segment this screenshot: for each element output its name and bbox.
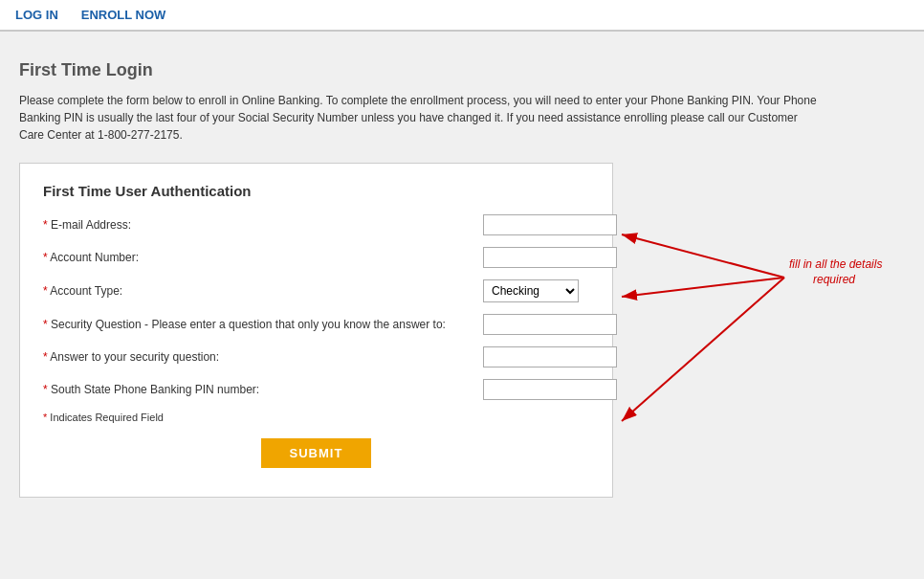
pin-input[interactable] — [483, 379, 617, 400]
security-question-label: * Security Question - Please enter a que… — [43, 318, 483, 331]
security-question-input[interactable] — [483, 314, 617, 335]
svg-text:required: required — [813, 273, 855, 286]
svg-line-1 — [622, 234, 784, 278]
account-number-input[interactable] — [483, 247, 617, 268]
form-wrapper: First Time User Authentication * E-mail … — [19, 163, 613, 498]
email-row: * E-mail Address: — [43, 214, 589, 235]
page-description: Please complete the form below to enroll… — [19, 92, 823, 144]
email-label: * E-mail Address: — [43, 218, 483, 232]
account-number-row: * Account Number: — [43, 247, 589, 268]
svg-text:fill in all the details: fill in all the details — [789, 257, 882, 271]
top-navigation: LOG IN ENROLL NOW — [0, 0, 924, 32]
pin-label: * South State Phone Banking PIN number: — [43, 383, 483, 396]
security-answer-label: * Answer to your security question: — [43, 350, 483, 364]
submit-row: SUBMIT — [43, 438, 589, 468]
svg-line-3 — [622, 278, 784, 421]
security-answer-row: * Answer to your security question: — [43, 346, 589, 367]
email-input[interactable] — [483, 214, 617, 235]
svg-line-2 — [622, 278, 784, 297]
account-type-select[interactable]: Checking Savings — [483, 279, 579, 302]
account-type-label: * Account Type: — [43, 284, 483, 298]
page-title: First Time Login — [19, 60, 899, 80]
enroll-link[interactable]: ENROLL NOW — [81, 8, 166, 22]
form-container: First Time User Authentication * E-mail … — [19, 163, 613, 498]
security-answer-input[interactable] — [483, 346, 617, 367]
account-number-label: * Account Number: — [43, 251, 483, 264]
pin-row: * South State Phone Banking PIN number: — [43, 379, 589, 400]
annotation-svg: fill in all the details required — [612, 201, 924, 517]
login-link[interactable]: LOG IN — [15, 8, 58, 22]
page-content: First Time Login Please complete the for… — [0, 32, 918, 517]
required-note: * Indicates Required Field — [43, 412, 589, 423]
security-question-row: * Security Question - Please enter a que… — [43, 314, 589, 335]
form-title: First Time User Authentication — [43, 183, 589, 199]
submit-button[interactable]: SUBMIT — [261, 438, 372, 468]
account-type-row: * Account Type: Checking Savings — [43, 279, 589, 302]
